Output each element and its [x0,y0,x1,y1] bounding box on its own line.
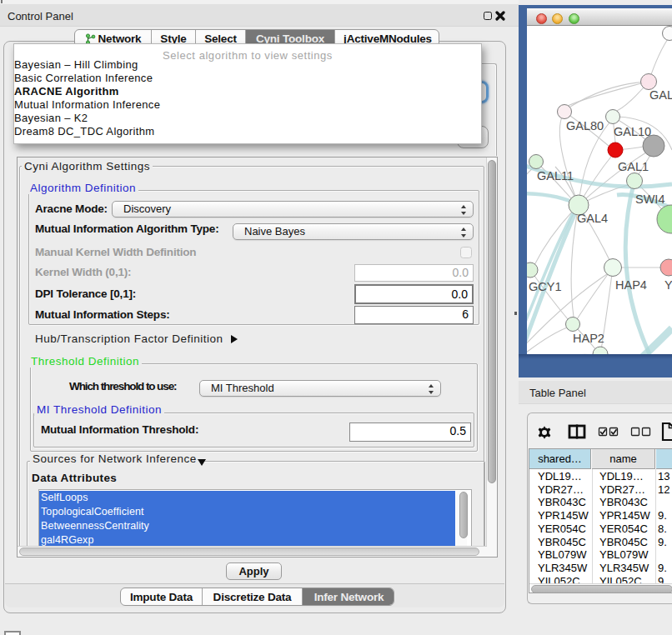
svg-text:GCY1: GCY1 [529,280,562,293]
svg-text:Y: Y [664,278,672,292]
svg-text:GAL10: GAL10 [614,125,651,138]
svg-text:HAP4: HAP4 [615,278,647,292]
svg-text:GAL11: GAL11 [537,169,574,182]
svg-text:GAL80: GAL80 [566,119,604,132]
svg-text:GAL2: GAL2 [649,88,672,102]
svg-text:SWI4: SWI4 [635,192,664,206]
svg-text:GAL1: GAL1 [618,160,649,173]
svg-text:GAL4: GAL4 [577,212,608,225]
svg-text:HAP2: HAP2 [573,332,604,345]
